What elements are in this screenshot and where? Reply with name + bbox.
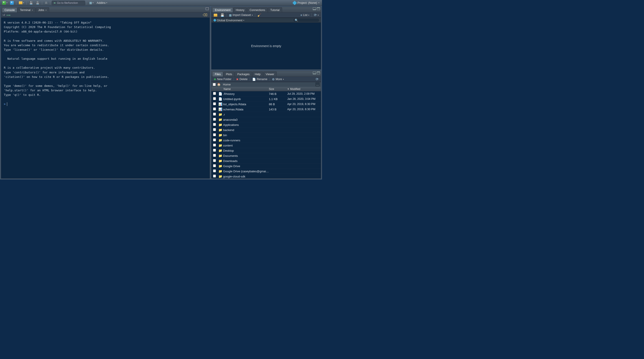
clear-workspace-button[interactable]: 🧹: [256, 13, 262, 17]
print-button[interactable]: 🖶: [44, 1, 48, 5]
folder-icon: 📁: [217, 113, 223, 116]
file-row[interactable]: 📁Downloads: [212, 158, 321, 164]
file-size: 1.1 KB: [269, 97, 287, 101]
file-checkbox[interactable]: [213, 108, 216, 110]
file-checkbox[interactable]: [213, 133, 216, 136]
col-modified[interactable]: ▼Modified: [287, 88, 321, 91]
grid-icon: ▦: [229, 14, 232, 17]
project-menu[interactable]: Project: (None) ▾: [292, 1, 321, 5]
file-checkbox[interactable]: [213, 149, 216, 152]
file-checkbox[interactable]: [213, 154, 216, 157]
clear-console-button[interactable]: ⌫: [202, 13, 208, 18]
open-file-button[interactable]: ▾: [18, 1, 25, 5]
select-all-checkbox[interactable]: [213, 83, 216, 86]
files-list[interactable]: 📄.Rhistory746 BJul 29, 2020, 2:09 PM📄Unt…: [212, 91, 321, 178]
save-button[interactable]: 💾: [28, 1, 34, 5]
tab-connections[interactable]: Connections: [247, 8, 268, 12]
save-all-button[interactable]: 💾: [35, 1, 40, 5]
save-workspace-button[interactable]: 💾: [220, 13, 225, 17]
refresh-files-button[interactable]: ⟳: [315, 77, 320, 82]
file-row[interactable]: 📁Google Drive (caseybates@gmai…: [212, 169, 321, 174]
file-row[interactable]: 📁.r: [212, 112, 321, 117]
file-row[interactable]: 📊list_objects.Rdata86 BApr 20, 2019, 6:3…: [212, 102, 321, 107]
folder-icon: 📁: [217, 144, 223, 147]
console-output[interactable]: R version 4.0.2 (2020-06-22) -- "Taking …: [1, 18, 210, 178]
popout-icon[interactable]: [206, 8, 209, 10]
folder-icon: 📁: [217, 118, 223, 121]
cube-icon: [213, 19, 216, 22]
env-search-input[interactable]: 🔍: [293, 18, 320, 22]
tab-packages[interactable]: Packages: [235, 72, 252, 77]
file-checkbox[interactable]: [213, 144, 216, 147]
file-row[interactable]: 📁code-runners: [212, 138, 321, 143]
file-row[interactable]: 📊schemas.Rdata143 BApr 20, 2019, 6:30 PM: [212, 107, 321, 112]
file-checkbox[interactable]: [213, 175, 216, 177]
breadcrumb-home[interactable]: Home: [222, 82, 232, 87]
file-row[interactable]: 📁bin: [212, 133, 321, 138]
file-checkbox[interactable]: [213, 159, 216, 162]
more-button[interactable]: ⚙More▾: [271, 77, 284, 82]
file-row[interactable]: 📁Applications: [212, 122, 321, 127]
tab-environment[interactable]: Environment: [212, 8, 233, 12]
file-row[interactable]: 📁Google Drive: [212, 164, 321, 169]
file-row[interactable]: 📁anaconda3: [212, 117, 321, 122]
file-checkbox[interactable]: [213, 138, 216, 141]
maximize-icon[interactable]: [317, 8, 320, 10]
close-icon[interactable]: ×: [45, 9, 47, 12]
file-checkbox[interactable]: [213, 128, 216, 131]
file-row[interactable]: 📄Untitled.ipynb1.1 KBJan 28, 2020, 3:04 …: [212, 97, 321, 102]
file-row[interactable]: 📁content: [212, 143, 321, 148]
file-modified: Jan 28, 2020, 3:04 PM: [287, 97, 321, 101]
close-icon[interactable]: ×: [32, 9, 33, 12]
col-size[interactable]: Size: [269, 88, 287, 91]
file-row[interactable]: 📄.Rhistory746 BJul 29, 2020, 2:09 PM: [212, 91, 321, 97]
load-workspace-button[interactable]: [213, 13, 218, 17]
file-checkbox[interactable]: [213, 102, 216, 105]
goto-file-input[interactable]: ➜ Go to file/function: [52, 1, 85, 5]
env-scope-bar: Global Environment▾ 🔍: [212, 18, 321, 23]
file-row[interactable]: 📁Desktop: [212, 148, 321, 153]
file-checkbox[interactable]: [213, 169, 216, 172]
addins-button[interactable]: Addins ▾: [96, 1, 108, 5]
import-dataset-button[interactable]: ▦Import Dataset▾: [228, 13, 254, 17]
tab-console[interactable]: Console: [2, 8, 17, 12]
new-file-button[interactable]: ▾: [1, 1, 8, 5]
panes-button[interactable]: ▦▾: [88, 1, 94, 5]
file-checkbox[interactable]: [213, 123, 216, 126]
tab-tutorial[interactable]: Tutorial: [268, 8, 282, 12]
file-row[interactable]: 📁Documents: [212, 153, 321, 158]
tab-history[interactable]: History: [233, 8, 247, 12]
file-checkbox[interactable]: [213, 113, 216, 116]
file-size: 746 B: [269, 92, 287, 96]
tab-plots[interactable]: Plots: [223, 72, 234, 77]
delete-button[interactable]: ✖Delete: [235, 77, 248, 82]
tab-terminal[interactable]: Terminal×: [18, 8, 36, 12]
maximize-icon[interactable]: [317, 72, 320, 74]
env-body: Environment is empty: [212, 23, 321, 69]
file-checkbox[interactable]: [213, 118, 216, 121]
doc-icon: 📄: [217, 92, 223, 96]
home-icon[interactable]: 🏠: [217, 83, 221, 86]
tab-files[interactable]: Files: [212, 72, 223, 77]
list-view-button[interactable]: ≡List▾: [300, 13, 310, 17]
console-tabbar: Console Terminal× Jobs×: [1, 7, 210, 12]
new-folder-button[interactable]: ✚New Folder: [213, 77, 232, 82]
tab-jobs[interactable]: Jobs×: [36, 8, 49, 12]
chevron-down-icon: ▾: [318, 2, 319, 4]
scope-dropdown[interactable]: Global Environment▾: [213, 18, 245, 23]
file-checkbox[interactable]: [213, 97, 216, 100]
tab-viewer[interactable]: Viewer: [263, 72, 277, 77]
new-project-button[interactable]: [9, 1, 14, 5]
file-row[interactable]: 📁google-cloud-sdk: [212, 174, 321, 178]
file-checkbox[interactable]: [213, 164, 216, 167]
goto-dir-icon[interactable]: ⟹: [6, 14, 10, 17]
file-row[interactable]: 📁backend: [212, 127, 321, 133]
minimize-icon[interactable]: [313, 72, 316, 74]
rename-button[interactable]: 📄Rename: [251, 77, 268, 82]
path-more-button[interactable]: …: [316, 83, 320, 86]
tab-help[interactable]: Help: [252, 72, 263, 77]
refresh-button[interactable]: ⟳▾: [313, 13, 320, 18]
col-name[interactable]: Name: [223, 88, 269, 91]
file-checkbox[interactable]: [213, 92, 216, 95]
minimize-icon[interactable]: [313, 8, 316, 10]
